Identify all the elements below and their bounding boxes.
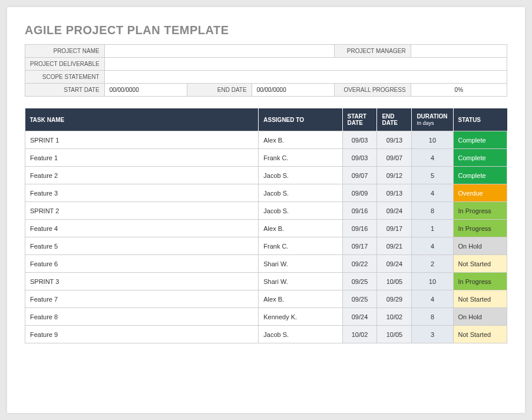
- table-row: Feature 9Jacob S.10/0210/053Not Started: [25, 326, 507, 343]
- cell-status[interactable]: Overdue: [453, 184, 507, 202]
- cell-end-date[interactable]: 09/13: [377, 184, 412, 202]
- col-header-start: START DATE: [342, 108, 377, 131]
- cell-assigned[interactable]: Shari W.: [259, 255, 342, 273]
- cell-end-date[interactable]: 10/02: [377, 308, 412, 326]
- cell-task[interactable]: Feature 5: [25, 237, 259, 255]
- cell-end-date[interactable]: 09/12: [377, 167, 412, 184]
- cell-duration[interactable]: 4: [412, 149, 453, 167]
- cell-end-date[interactable]: 09/24: [377, 202, 412, 220]
- table-row: SPRINT 3Shari W.09/2510/0510In Progress: [25, 273, 507, 290]
- cell-start-date[interactable]: 09/25: [342, 273, 377, 290]
- cell-assigned[interactable]: Jacob S.: [259, 184, 342, 202]
- cell-status[interactable]: In Progress: [453, 273, 507, 290]
- cell-end-date[interactable]: 10/05: [377, 326, 412, 343]
- cell-status[interactable]: Not Started: [453, 255, 507, 273]
- cell-status[interactable]: Complete: [453, 167, 507, 184]
- table-row: Feature 8Kennedy K.09/2410/028On Hold: [25, 308, 507, 326]
- cell-status[interactable]: Not Started: [453, 326, 507, 343]
- cell-assigned[interactable]: Frank C.: [259, 149, 342, 167]
- cell-start-date[interactable]: 09/17: [342, 237, 377, 255]
- cell-task[interactable]: Feature 1: [25, 149, 259, 167]
- cell-status[interactable]: In Progress: [453, 202, 507, 220]
- cell-end-date[interactable]: 09/07: [377, 149, 412, 167]
- cell-duration[interactable]: 3: [412, 326, 453, 343]
- cell-start-date[interactable]: 09/03: [342, 149, 377, 167]
- cell-assigned[interactable]: Jacob S.: [259, 167, 342, 184]
- cell-assigned[interactable]: Frank C.: [259, 237, 342, 255]
- cell-assigned[interactable]: Kennedy K.: [259, 308, 342, 326]
- cell-start-date[interactable]: 09/24: [342, 308, 377, 326]
- cell-duration[interactable]: 10: [412, 273, 453, 290]
- end-date-label: END DATE: [187, 84, 252, 97]
- cell-assigned[interactable]: Alex B.: [259, 131, 342, 149]
- scope-label: SCOPE STATEMENT: [25, 71, 105, 84]
- cell-duration[interactable]: 4: [412, 237, 453, 255]
- cell-duration[interactable]: 10: [412, 131, 453, 149]
- cell-assigned[interactable]: Shari W.: [259, 273, 342, 290]
- cell-task[interactable]: Feature 7: [25, 290, 259, 308]
- meta-table: PROJECT NAME PROJECT MANAGER PROJECT DEL…: [25, 44, 507, 97]
- cell-task[interactable]: SPRINT 1: [25, 131, 259, 149]
- cell-duration[interactable]: 1: [412, 220, 453, 237]
- cell-start-date[interactable]: 09/03: [342, 131, 377, 149]
- end-date-field[interactable]: 00/00/0000: [252, 84, 334, 97]
- cell-duration[interactable]: 4: [412, 184, 453, 202]
- project-manager-field[interactable]: [411, 45, 507, 58]
- table-row: Feature 4Alex B.09/1609/171In Progress: [25, 220, 507, 237]
- cell-task[interactable]: Feature 2: [25, 167, 259, 184]
- task-table-header: TASK NAME ASSIGNED TO START DATE END DAT…: [25, 108, 507, 131]
- cell-status[interactable]: In Progress: [453, 220, 507, 237]
- cell-status[interactable]: Complete: [453, 149, 507, 167]
- cell-task[interactable]: Feature 4: [25, 220, 259, 237]
- cell-task[interactable]: SPRINT 3: [25, 273, 259, 290]
- scope-field[interactable]: [104, 71, 507, 84]
- cell-assigned[interactable]: Alex B.: [259, 290, 342, 308]
- cell-task[interactable]: Feature 3: [25, 184, 259, 202]
- cell-end-date[interactable]: 09/29: [377, 290, 412, 308]
- cell-duration[interactable]: 8: [412, 202, 453, 220]
- table-row: Feature 2Jacob S.09/0709/125Complete: [25, 167, 507, 184]
- cell-end-date[interactable]: 09/17: [377, 220, 412, 237]
- col-header-duration: DURATIONIn days: [412, 108, 453, 131]
- cell-task[interactable]: Feature 9: [25, 326, 259, 343]
- cell-status[interactable]: On Hold: [453, 308, 507, 326]
- deliverable-field[interactable]: [104, 58, 507, 71]
- cell-start-date[interactable]: 09/07: [342, 167, 377, 184]
- col-header-status: STATUS: [453, 108, 507, 131]
- overall-progress-field: 0%: [411, 84, 507, 97]
- cell-start-date[interactable]: 09/16: [342, 220, 377, 237]
- start-date-label: START DATE: [25, 84, 105, 97]
- cell-start-date[interactable]: 09/16: [342, 202, 377, 220]
- cell-task[interactable]: SPRINT 2: [25, 202, 259, 220]
- cell-task[interactable]: Feature 8: [25, 308, 259, 326]
- table-row: Feature 7Alex B.09/2509/294Not Started: [25, 290, 507, 308]
- table-row: SPRINT 1Alex B.09/0309/1310Complete: [25, 131, 507, 149]
- cell-start-date[interactable]: 09/25: [342, 290, 377, 308]
- cell-duration[interactable]: 4: [412, 290, 453, 308]
- cell-assigned[interactable]: Alex B.: [259, 220, 342, 237]
- cell-end-date[interactable]: 09/24: [377, 255, 412, 273]
- table-row: Feature 1Frank C.09/0309/074Complete: [25, 149, 507, 167]
- cell-duration[interactable]: 8: [412, 308, 453, 326]
- cell-start-date[interactable]: 10/02: [342, 326, 377, 343]
- cell-duration[interactable]: 2: [412, 255, 453, 273]
- cell-end-date[interactable]: 09/21: [377, 237, 412, 255]
- page: AGILE PROJECT PLAN TEMPLATE PROJECT NAME…: [7, 7, 525, 413]
- cell-end-date[interactable]: 10/05: [377, 273, 412, 290]
- cell-status[interactable]: Complete: [453, 131, 507, 149]
- cell-status[interactable]: On Hold: [453, 237, 507, 255]
- cell-start-date[interactable]: 09/09: [342, 184, 377, 202]
- project-name-field[interactable]: [104, 45, 334, 58]
- cell-status[interactable]: Not Started: [453, 290, 507, 308]
- cell-task[interactable]: Feature 6: [25, 255, 259, 273]
- cell-end-date[interactable]: 09/13: [377, 131, 412, 149]
- cell-assigned[interactable]: Jacob S.: [259, 202, 342, 220]
- start-date-field[interactable]: 00/00/0000: [104, 84, 187, 97]
- task-table: TASK NAME ASSIGNED TO START DATE END DAT…: [25, 108, 507, 343]
- cell-duration[interactable]: 5: [412, 167, 453, 184]
- cell-assigned[interactable]: Jacob S.: [259, 326, 342, 343]
- project-name-label: PROJECT NAME: [25, 45, 105, 58]
- table-row: SPRINT 2Jacob S.09/1609/248In Progress: [25, 202, 507, 220]
- table-row: Feature 6Shari W.09/2209/242Not Started: [25, 255, 507, 273]
- cell-start-date[interactable]: 09/22: [342, 255, 377, 273]
